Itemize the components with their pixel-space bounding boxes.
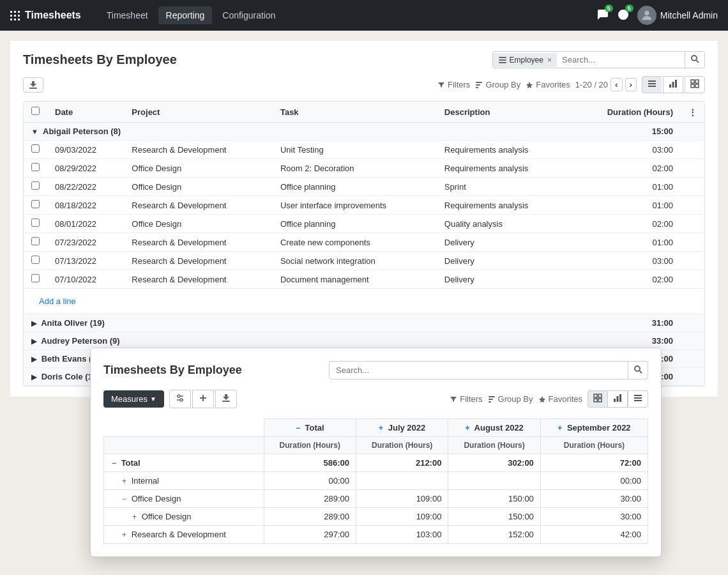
overlay-groupby-button[interactable]: Group By (488, 394, 533, 404)
pivot-row-label[interactable]: + Research & Development (104, 526, 264, 544)
user-name: Mitchell Admin (660, 10, 718, 20)
table-row: 09/03/2022 Research & Development Unit T… (24, 141, 704, 159)
pivot-cell-july: 212:00 (356, 454, 448, 472)
add-line-button[interactable]: Add a line (31, 293, 697, 310)
overlay-search-bar (329, 361, 648, 379)
pivot-row-expand[interactable]: − (112, 459, 116, 468)
task-column-header[interactable]: Task (273, 102, 437, 123)
pivot-august-expand[interactable]: + August 2022 (448, 419, 540, 437)
download-button[interactable] (23, 77, 43, 93)
user-menu[interactable]: Mitchell Admin (637, 6, 718, 25)
pivot-row-label[interactable]: − Total (104, 454, 264, 472)
filter-icon (437, 81, 445, 89)
group-header-label[interactable]: ▶ Anita Oliver (19) (24, 314, 571, 332)
table-group-header[interactable]: ▼ Abigail Peterson (8) 15:00 (24, 123, 704, 141)
pivot-row-expand[interactable]: + (122, 477, 126, 486)
search-button[interactable] (685, 52, 704, 68)
row-checkbox[interactable] (31, 274, 40, 282)
measures-button[interactable]: Measures ▼ (103, 390, 164, 408)
group-chevron[interactable]: ▼ (31, 128, 38, 135)
description-column-header[interactable]: Description (437, 102, 571, 123)
pivot-row-label[interactable]: + Internal (104, 472, 264, 490)
pivot-row: + Office Design 289:00 109:00 150:00 30:… (104, 508, 648, 526)
select-all-header[interactable] (24, 102, 47, 123)
date-column-header[interactable]: Date (47, 102, 124, 123)
overlay-adjust-button[interactable] (169, 390, 191, 408)
app-title: Timesheets (25, 10, 81, 21)
activity-icon-area[interactable]: 5 (617, 8, 630, 23)
overlay-download-button[interactable] (215, 390, 237, 408)
groupby-button[interactable]: Group By (475, 80, 520, 89)
row-checkbox[interactable] (31, 256, 40, 264)
pivot-cell-total: 289:00 (264, 490, 356, 508)
row-date: 08/29/2022 (47, 159, 124, 178)
chart-view-button[interactable] (663, 76, 683, 93)
group-chevron[interactable]: ▶ (31, 373, 36, 381)
pivot-row-expand[interactable]: + (132, 512, 137, 521)
row-checkbox-cell[interactable] (24, 196, 47, 215)
pivot-view-button[interactable] (685, 76, 705, 93)
row-checkbox[interactable] (31, 181, 40, 190)
add-line-cell[interactable]: Add a line (24, 289, 704, 314)
favorites-button[interactable]: Favorites (526, 80, 570, 89)
overlay-grid-button[interactable] (588, 390, 607, 408)
svg-rect-9 (476, 87, 478, 88)
group-header-label[interactable]: ▼ Abigail Peterson (8) (24, 123, 571, 141)
overlay-star-icon (538, 395, 546, 403)
list-view-button[interactable] (642, 76, 662, 93)
row-checkbox-cell[interactable] (24, 252, 47, 270)
overlay-search-button[interactable] (628, 362, 648, 379)
group-chevron[interactable]: ▶ (31, 337, 36, 345)
pivot-row-expand[interactable]: − (122, 494, 126, 503)
svg-rect-36 (594, 399, 597, 402)
search-tag-close[interactable]: × (547, 56, 552, 65)
overlay-bar-button[interactable] (607, 390, 628, 408)
overlay-filters-button[interactable]: Filters (450, 394, 482, 404)
row-checkbox[interactable] (31, 200, 40, 208)
row-checkbox-cell[interactable] (24, 178, 47, 196)
row-checkbox-cell[interactable] (24, 141, 47, 159)
pivot-row-label[interactable]: − Office Design (104, 490, 264, 508)
pivot-total-expand[interactable]: − Total (264, 419, 356, 437)
pivot-september-expand[interactable]: + September 2022 (540, 419, 648, 437)
row-checkbox[interactable] (31, 218, 40, 227)
nav-timesheet[interactable]: Timesheet (99, 6, 156, 24)
row-description: Requirements analysis (437, 141, 571, 159)
prev-page-button[interactable]: ‹ (610, 78, 622, 91)
row-description: Delivery (437, 252, 571, 270)
row-checkbox-cell[interactable] (24, 159, 47, 178)
group-chevron[interactable]: ▶ (31, 319, 36, 327)
next-page-button[interactable]: › (625, 78, 637, 91)
nav-configuration[interactable]: Configuration (215, 6, 283, 24)
pivot-september-sub: Duration (Hours) (540, 437, 648, 454)
group-chevron[interactable]: ▶ (31, 355, 36, 363)
pivot-row-label[interactable]: + Office Design (104, 508, 264, 526)
overlay-list-button[interactable] (628, 390, 648, 408)
row-checkbox-cell[interactable] (24, 215, 47, 233)
overlay-search-input[interactable] (330, 362, 628, 378)
overlay-add-button[interactable] (192, 390, 214, 408)
row-checkbox[interactable] (31, 144, 40, 153)
row-checkbox[interactable] (31, 237, 40, 245)
table-row: 07/10/2022 Research & Development Docume… (24, 270, 704, 289)
filters-button[interactable]: Filters (437, 80, 470, 89)
svg-rect-14 (669, 84, 671, 88)
svg-rect-16 (675, 80, 677, 88)
duration-column-header[interactable]: Duration (Hours) (571, 102, 681, 123)
svg-rect-12 (648, 83, 656, 84)
project-column-header[interactable]: Project (124, 102, 273, 123)
table-group-header[interactable]: ▶ Anita Oliver (19) 31:00 (24, 314, 704, 332)
select-all-checkbox[interactable] (31, 107, 40, 115)
pivot-july-expand[interactable]: + July 2022 (356, 419, 448, 437)
star-icon (526, 81, 533, 89)
row-checkbox-cell[interactable] (24, 233, 47, 252)
pivot-row-expand[interactable]: + (122, 530, 126, 539)
messages-icon-area[interactable]: 5 (596, 8, 609, 23)
svg-rect-30 (489, 396, 495, 397)
search-input[interactable] (557, 52, 685, 67)
overlay-favorites-button[interactable]: Favorites (538, 394, 582, 404)
row-checkbox-cell[interactable] (24, 270, 47, 289)
nav-reporting[interactable]: Reporting (158, 6, 213, 24)
row-checkbox[interactable] (31, 163, 40, 171)
page-title: Timesheets By Employee (23, 52, 177, 67)
